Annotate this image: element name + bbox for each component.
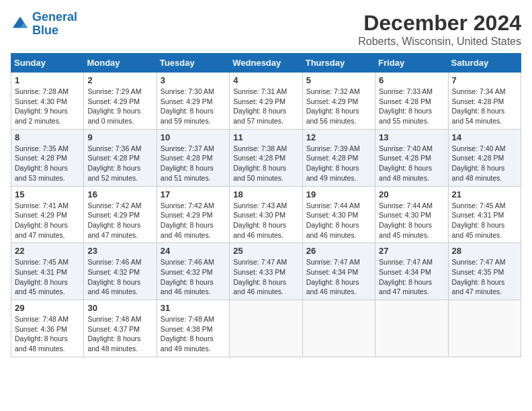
calendar-cell: 27Sunrise: 7:47 AMSunset: 4:34 PMDayligh…: [375, 243, 448, 300]
cell-details: Sunrise: 7:44 AMSunset: 4:30 PMDaylight:…: [306, 201, 371, 240]
calendar-cell: 19Sunrise: 7:44 AMSunset: 4:30 PMDayligh…: [302, 186, 375, 243]
calendar-cell: 9Sunrise: 7:36 AMSunset: 4:28 PMDaylight…: [84, 129, 157, 186]
calendar-table: Sunday Monday Tuesday Wednesday Thursday…: [11, 53, 521, 357]
calendar-cell: 28Sunrise: 7:47 AMSunset: 4:35 PMDayligh…: [448, 243, 521, 300]
calendar-cell: 31Sunrise: 7:48 AMSunset: 4:38 PMDayligh…: [157, 300, 229, 357]
calendar-cell: 10Sunrise: 7:37 AMSunset: 4:28 PMDayligh…: [157, 129, 229, 186]
calendar-week-row: 29Sunrise: 7:48 AMSunset: 4:36 PMDayligh…: [11, 300, 521, 357]
col-friday: Friday: [375, 54, 448, 73]
calendar-cell: 4Sunrise: 7:31 AMSunset: 4:29 PMDaylight…: [230, 73, 302, 130]
day-number: 26: [306, 246, 371, 256]
calendar-cell: [375, 300, 448, 357]
calendar-cell: 30Sunrise: 7:48 AMSunset: 4:37 PMDayligh…: [84, 300, 157, 357]
calendar-cell: 17Sunrise: 7:42 AMSunset: 4:29 PMDayligh…: [157, 186, 229, 243]
cell-details: Sunrise: 7:28 AMSunset: 4:30 PMDaylight:…: [15, 87, 80, 126]
col-thursday: Thursday: [302, 54, 375, 73]
cell-details: Sunrise: 7:32 AMSunset: 4:29 PMDaylight:…: [306, 87, 371, 126]
page-container: General Blue December 2024 Roberts, Wisc…: [11, 11, 521, 357]
day-number: 9: [87, 132, 152, 142]
day-number: 25: [233, 246, 298, 256]
day-number: 3: [161, 75, 226, 85]
day-number: 24: [161, 246, 226, 256]
day-number: 17: [161, 189, 226, 199]
calendar-week-row: 22Sunrise: 7:45 AMSunset: 4:31 PMDayligh…: [11, 243, 521, 300]
col-sunday: Sunday: [11, 54, 84, 73]
calendar-cell: 12Sunrise: 7:39 AMSunset: 4:28 PMDayligh…: [302, 129, 375, 186]
day-number: 22: [15, 246, 80, 256]
header: General Blue December 2024 Roberts, Wisc…: [11, 11, 521, 48]
cell-details: Sunrise: 7:34 AMSunset: 4:28 PMDaylight:…: [452, 87, 517, 126]
day-number: 15: [15, 189, 80, 199]
day-number: 23: [87, 246, 152, 256]
calendar-cell: 18Sunrise: 7:43 AMSunset: 4:30 PMDayligh…: [230, 186, 302, 243]
calendar-cell: 26Sunrise: 7:47 AMSunset: 4:34 PMDayligh…: [302, 243, 375, 300]
cell-details: Sunrise: 7:46 AMSunset: 4:32 PMDaylight:…: [87, 257, 152, 297]
calendar-cell: 21Sunrise: 7:45 AMSunset: 4:31 PMDayligh…: [448, 186, 521, 243]
cell-details: Sunrise: 7:35 AMSunset: 4:28 PMDaylight:…: [15, 144, 80, 183]
calendar-cell: 6Sunrise: 7:33 AMSunset: 4:28 PMDaylight…: [375, 73, 448, 130]
cell-details: Sunrise: 7:41 AMSunset: 4:29 PMDaylight:…: [15, 201, 80, 240]
cell-details: Sunrise: 7:47 AMSunset: 4:33 PMDaylight:…: [233, 257, 298, 297]
calendar-cell: 20Sunrise: 7:44 AMSunset: 4:30 PMDayligh…: [375, 186, 448, 243]
day-number: 29: [15, 303, 80, 313]
title-area: December 2024 Roberts, Wisconsin, United…: [358, 11, 521, 48]
cell-details: Sunrise: 7:47 AMSunset: 4:34 PMDaylight:…: [306, 257, 371, 297]
cell-details: Sunrise: 7:38 AMSunset: 4:28 PMDaylight:…: [233, 144, 298, 183]
day-number: 2: [87, 75, 152, 85]
logo-line1: General: [32, 10, 77, 24]
calendar-cell: [448, 300, 521, 357]
calendar-cell: 15Sunrise: 7:41 AMSunset: 4:29 PMDayligh…: [11, 186, 84, 243]
calendar-cell: 5Sunrise: 7:32 AMSunset: 4:29 PMDaylight…: [302, 73, 375, 130]
col-saturday: Saturday: [448, 54, 521, 73]
logo-text: General Blue: [32, 11, 77, 38]
calendar-cell: 25Sunrise: 7:47 AMSunset: 4:33 PMDayligh…: [230, 243, 302, 300]
cell-details: Sunrise: 7:48 AMSunset: 4:38 PMDaylight:…: [161, 314, 226, 354]
calendar-cell: 16Sunrise: 7:42 AMSunset: 4:29 PMDayligh…: [84, 186, 157, 243]
calendar-cell: 7Sunrise: 7:34 AMSunset: 4:28 PMDaylight…: [448, 73, 521, 130]
location-title: Roberts, Wisconsin, United States: [358, 36, 521, 48]
logo-line2: Blue: [32, 24, 77, 38]
day-number: 28: [452, 246, 517, 256]
cell-details: Sunrise: 7:40 AMSunset: 4:28 PMDaylight:…: [452, 144, 517, 183]
cell-details: Sunrise: 7:45 AMSunset: 4:31 PMDaylight:…: [452, 201, 517, 240]
day-number: 18: [233, 189, 298, 199]
day-number: 8: [15, 132, 80, 142]
col-monday: Monday: [84, 54, 157, 73]
day-number: 12: [306, 132, 371, 142]
calendar-week-row: 15Sunrise: 7:41 AMSunset: 4:29 PMDayligh…: [11, 186, 521, 243]
calendar-cell: 22Sunrise: 7:45 AMSunset: 4:31 PMDayligh…: [11, 243, 84, 300]
calendar-cell: 8Sunrise: 7:35 AMSunset: 4:28 PMDaylight…: [11, 129, 84, 186]
calendar-cell: [230, 300, 302, 357]
calendar-cell: 14Sunrise: 7:40 AMSunset: 4:28 PMDayligh…: [448, 129, 521, 186]
cell-details: Sunrise: 7:30 AMSunset: 4:29 PMDaylight:…: [161, 87, 226, 126]
calendar-cell: 23Sunrise: 7:46 AMSunset: 4:32 PMDayligh…: [84, 243, 157, 300]
day-number: 11: [233, 132, 298, 142]
calendar-cell: 13Sunrise: 7:40 AMSunset: 4:28 PMDayligh…: [375, 129, 448, 186]
calendar-week-row: 1Sunrise: 7:28 AMSunset: 4:30 PMDaylight…: [11, 73, 521, 130]
cell-details: Sunrise: 7:31 AMSunset: 4:29 PMDaylight:…: [233, 87, 298, 126]
calendar-cell: [302, 300, 375, 357]
month-title: December 2024: [358, 11, 521, 36]
cell-details: Sunrise: 7:48 AMSunset: 4:37 PMDaylight:…: [87, 314, 152, 354]
day-number: 31: [161, 303, 226, 313]
cell-details: Sunrise: 7:42 AMSunset: 4:29 PMDaylight:…: [161, 201, 226, 240]
calendar-cell: 11Sunrise: 7:38 AMSunset: 4:28 PMDayligh…: [230, 129, 302, 186]
day-number: 10: [161, 132, 226, 142]
day-number: 7: [452, 75, 517, 85]
cell-details: Sunrise: 7:40 AMSunset: 4:28 PMDaylight:…: [379, 144, 444, 183]
day-number: 13: [379, 132, 444, 142]
col-tuesday: Tuesday: [157, 54, 229, 73]
col-wednesday: Wednesday: [230, 54, 302, 73]
cell-details: Sunrise: 7:45 AMSunset: 4:31 PMDaylight:…: [15, 257, 80, 297]
cell-details: Sunrise: 7:47 AMSunset: 4:34 PMDaylight:…: [379, 257, 444, 297]
cell-details: Sunrise: 7:44 AMSunset: 4:30 PMDaylight:…: [379, 201, 444, 240]
calendar-cell: 2Sunrise: 7:29 AMSunset: 4:29 PMDaylight…: [84, 73, 157, 130]
calendar-cell: 1Sunrise: 7:28 AMSunset: 4:30 PMDaylight…: [11, 73, 84, 130]
logo: General Blue: [11, 11, 77, 38]
day-number: 27: [379, 246, 444, 256]
calendar-cell: 24Sunrise: 7:46 AMSunset: 4:32 PMDayligh…: [157, 243, 229, 300]
cell-details: Sunrise: 7:29 AMSunset: 4:29 PMDaylight:…: [87, 87, 152, 126]
day-number: 19: [306, 189, 371, 199]
cell-details: Sunrise: 7:43 AMSunset: 4:30 PMDaylight:…: [233, 201, 298, 240]
cell-details: Sunrise: 7:36 AMSunset: 4:28 PMDaylight:…: [87, 144, 152, 183]
